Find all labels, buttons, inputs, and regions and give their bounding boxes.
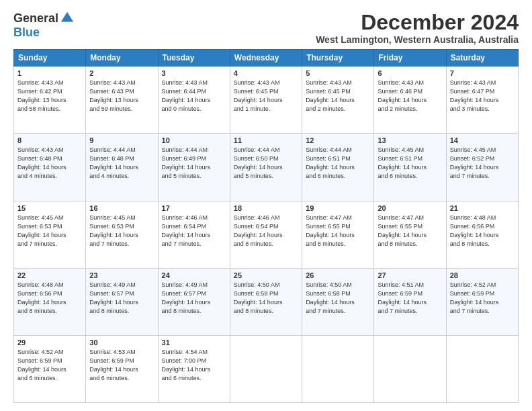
day-info: Sunrise: 4:43 AM Sunset: 6:44 PM Dayligh… <box>162 79 226 113</box>
day-info: Sunrise: 4:44 AM Sunset: 6:48 PM Dayligh… <box>89 146 154 181</box>
week-row-1: 1Sunrise: 4:43 AM Sunset: 6:42 PM Daylig… <box>14 66 519 134</box>
table-row: 26Sunrise: 4:50 AM Sunset: 6:58 PM Dayli… <box>302 268 374 335</box>
calendar-header-row: Sunday Monday Tuesday Wednesday Thursday… <box>14 50 519 66</box>
logo-general-text: General <box>13 11 58 26</box>
table-row: 31Sunrise: 4:54 AM Sunset: 7:00 PM Dayli… <box>158 335 230 402</box>
day-number: 11 <box>234 136 298 144</box>
day-info: Sunrise: 4:51 AM Sunset: 6:59 PM Dayligh… <box>378 281 442 316</box>
day-number: 1 <box>17 69 82 77</box>
day-number: 7 <box>450 69 515 77</box>
day-info: Sunrise: 4:50 AM Sunset: 6:58 PM Dayligh… <box>306 281 370 316</box>
day-info: Sunrise: 4:45 AM Sunset: 6:53 PM Dayligh… <box>89 214 154 248</box>
day-number: 19 <box>306 204 370 212</box>
week-row-4: 22Sunrise: 4:48 AM Sunset: 6:56 PM Dayli… <box>14 268 519 335</box>
table-row: 14Sunrise: 4:45 AM Sunset: 6:52 PM Dayli… <box>446 134 518 201</box>
day-info: Sunrise: 4:49 AM Sunset: 6:57 PM Dayligh… <box>89 281 154 316</box>
day-info: Sunrise: 4:48 AM Sunset: 6:56 PM Dayligh… <box>17 281 82 316</box>
day-number: 21 <box>450 204 515 212</box>
day-info: Sunrise: 4:54 AM Sunset: 7:00 PM Dayligh… <box>162 348 226 383</box>
logo-icon <box>60 11 75 26</box>
col-friday: Friday <box>374 50 446 66</box>
day-number: 24 <box>162 271 226 279</box>
title-section: December 2024 West Lamington, Western Au… <box>316 11 519 45</box>
col-saturday: Saturday <box>446 50 518 66</box>
table-row <box>446 335 518 402</box>
table-row: 12Sunrise: 4:44 AM Sunset: 6:51 PM Dayli… <box>302 134 374 201</box>
day-info: Sunrise: 4:43 AM Sunset: 6:47 PM Dayligh… <box>450 79 515 113</box>
day-number: 20 <box>378 204 442 212</box>
table-row: 3Sunrise: 4:43 AM Sunset: 6:44 PM Daylig… <box>158 66 230 134</box>
day-info: Sunrise: 4:50 AM Sunset: 6:58 PM Dayligh… <box>234 281 298 316</box>
day-number: 29 <box>17 338 82 347</box>
day-number: 10 <box>162 136 226 144</box>
table-row: 18Sunrise: 4:46 AM Sunset: 6:54 PM Dayli… <box>230 201 302 268</box>
day-info: Sunrise: 4:46 AM Sunset: 6:54 PM Dayligh… <box>162 214 226 248</box>
table-row: 17Sunrise: 4:46 AM Sunset: 6:54 PM Dayli… <box>158 201 230 268</box>
table-row: 9Sunrise: 4:44 AM Sunset: 6:48 PM Daylig… <box>86 134 158 201</box>
day-number: 30 <box>89 338 154 347</box>
col-sunday: Sunday <box>14 50 86 66</box>
day-info: Sunrise: 4:43 AM Sunset: 6:45 PM Dayligh… <box>306 79 370 113</box>
day-info: Sunrise: 4:44 AM Sunset: 6:49 PM Dayligh… <box>162 146 226 181</box>
day-number: 5 <box>306 69 370 77</box>
col-wednesday: Wednesday <box>230 50 302 66</box>
table-row: 21Sunrise: 4:48 AM Sunset: 6:56 PM Dayli… <box>446 201 518 268</box>
day-info: Sunrise: 4:47 AM Sunset: 6:55 PM Dayligh… <box>378 214 442 248</box>
day-info: Sunrise: 4:48 AM Sunset: 6:56 PM Dayligh… <box>450 214 515 248</box>
day-number: 6 <box>378 69 442 77</box>
day-info: Sunrise: 4:43 AM Sunset: 6:42 PM Dayligh… <box>17 79 82 113</box>
day-number: 31 <box>162 338 226 347</box>
col-monday: Monday <box>86 50 158 66</box>
table-row: 7Sunrise: 4:43 AM Sunset: 6:47 PM Daylig… <box>446 66 518 134</box>
month-title: December 2024 <box>316 11 519 34</box>
day-info: Sunrise: 4:44 AM Sunset: 6:50 PM Dayligh… <box>234 146 298 181</box>
day-number: 23 <box>89 271 154 279</box>
day-info: Sunrise: 4:47 AM Sunset: 6:55 PM Dayligh… <box>306 214 370 248</box>
subtitle: West Lamington, Western Australia, Austr… <box>316 34 519 45</box>
week-row-3: 15Sunrise: 4:45 AM Sunset: 6:53 PM Dayli… <box>14 201 519 268</box>
day-number: 4 <box>234 69 298 77</box>
logo: General Blue <box>13 11 75 40</box>
table-row: 5Sunrise: 4:43 AM Sunset: 6:45 PM Daylig… <box>302 66 374 134</box>
table-row: 2Sunrise: 4:43 AM Sunset: 6:43 PM Daylig… <box>86 66 158 134</box>
table-row: 22Sunrise: 4:48 AM Sunset: 6:56 PM Dayli… <box>14 268 86 335</box>
day-number: 18 <box>234 204 298 212</box>
table-row <box>302 335 374 402</box>
day-info: Sunrise: 4:52 AM Sunset: 6:59 PM Dayligh… <box>450 281 515 316</box>
day-number: 8 <box>17 136 82 144</box>
table-row: 8Sunrise: 4:43 AM Sunset: 6:48 PM Daylig… <box>14 134 86 201</box>
week-row-2: 8Sunrise: 4:43 AM Sunset: 6:48 PM Daylig… <box>14 134 519 201</box>
day-info: Sunrise: 4:45 AM Sunset: 6:52 PM Dayligh… <box>450 146 515 181</box>
day-number: 15 <box>17 204 82 212</box>
table-row: 4Sunrise: 4:43 AM Sunset: 6:45 PM Daylig… <box>230 66 302 134</box>
table-row: 13Sunrise: 4:45 AM Sunset: 6:51 PM Dayli… <box>374 134 446 201</box>
day-number: 14 <box>450 136 515 144</box>
page: General Blue December 2024 West Lamingto… <box>0 0 532 411</box>
day-number: 16 <box>89 204 154 212</box>
table-row: 10Sunrise: 4:44 AM Sunset: 6:49 PM Dayli… <box>158 134 230 201</box>
day-number: 12 <box>306 136 370 144</box>
table-row: 11Sunrise: 4:44 AM Sunset: 6:50 PM Dayli… <box>230 134 302 201</box>
table-row: 16Sunrise: 4:45 AM Sunset: 6:53 PM Dayli… <box>86 201 158 268</box>
day-info: Sunrise: 4:53 AM Sunset: 6:59 PM Dayligh… <box>89 348 154 383</box>
day-info: Sunrise: 4:43 AM Sunset: 6:43 PM Dayligh… <box>89 79 154 113</box>
week-row-5: 29Sunrise: 4:52 AM Sunset: 6:59 PM Dayli… <box>14 335 519 402</box>
col-tuesday: Tuesday <box>158 50 230 66</box>
day-number: 22 <box>17 271 82 279</box>
day-info: Sunrise: 4:46 AM Sunset: 6:54 PM Dayligh… <box>234 214 298 248</box>
table-row: 24Sunrise: 4:49 AM Sunset: 6:57 PM Dayli… <box>158 268 230 335</box>
day-number: 25 <box>234 271 298 279</box>
day-info: Sunrise: 4:45 AM Sunset: 6:51 PM Dayligh… <box>378 146 442 181</box>
day-number: 26 <box>306 271 370 279</box>
table-row: 30Sunrise: 4:53 AM Sunset: 6:59 PM Dayli… <box>86 335 158 402</box>
table-row: 20Sunrise: 4:47 AM Sunset: 6:55 PM Dayli… <box>374 201 446 268</box>
table-row: 19Sunrise: 4:47 AM Sunset: 6:55 PM Dayli… <box>302 201 374 268</box>
day-info: Sunrise: 4:45 AM Sunset: 6:53 PM Dayligh… <box>17 214 82 248</box>
table-row: 23Sunrise: 4:49 AM Sunset: 6:57 PM Dayli… <box>86 268 158 335</box>
table-row <box>230 335 302 402</box>
svg-marker-0 <box>61 12 73 22</box>
table-row: 27Sunrise: 4:51 AM Sunset: 6:59 PM Dayli… <box>374 268 446 335</box>
table-row: 15Sunrise: 4:45 AM Sunset: 6:53 PM Dayli… <box>14 201 86 268</box>
table-row: 1Sunrise: 4:43 AM Sunset: 6:42 PM Daylig… <box>14 66 86 134</box>
table-row: 6Sunrise: 4:43 AM Sunset: 6:46 PM Daylig… <box>374 66 446 134</box>
